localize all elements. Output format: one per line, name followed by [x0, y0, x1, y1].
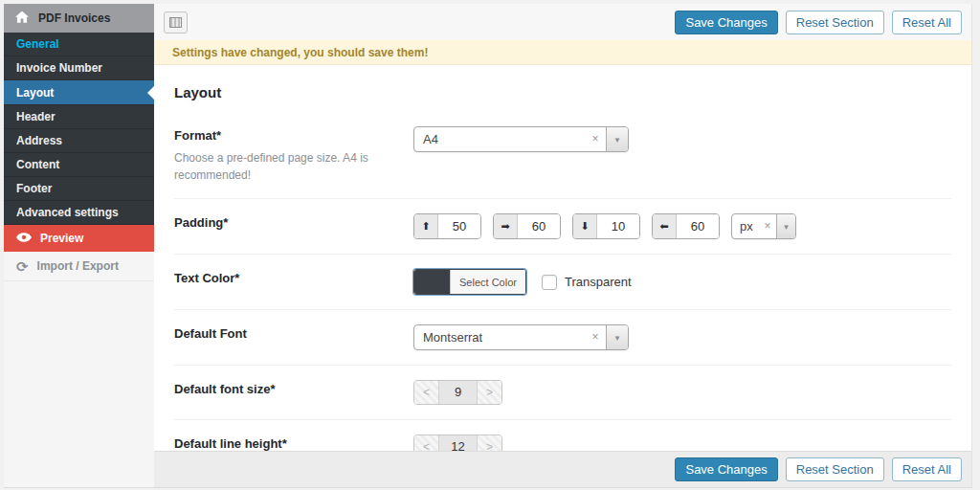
- padding-left-group: ⬅: [652, 213, 720, 239]
- arrow-right-icon: ➡: [494, 214, 518, 238]
- format-selected-value: A4: [414, 127, 585, 151]
- reset-all-button-bottom[interactable]: Reset All: [892, 457, 962, 481]
- text-color-label: Text Color*: [174, 271, 413, 285]
- sidebar-item-label: Preview: [40, 232, 83, 245]
- line-height-value: 12: [438, 435, 478, 451]
- sidebar-item-label: Header: [16, 110, 56, 123]
- sidebar-item-preview[interactable]: Preview: [4, 225, 154, 252]
- field-row-font-size: Default font size* < 9 >: [174, 365, 951, 419]
- sidebar-item-invoice-number[interactable]: Invoice Number: [4, 56, 154, 80]
- content-area: Save Changes Reset Section Reset All Set…: [154, 4, 971, 487]
- padding-top-group: ⬆: [413, 213, 481, 239]
- field-row-format: Format* Choose a pre-defined page size. …: [174, 112, 951, 198]
- default-font-select[interactable]: Montserrat × ▾: [413, 324, 629, 350]
- save-changes-button-top[interactable]: Save Changes: [675, 11, 777, 34]
- app-frame: PDF Invoices General Invoice Number Layo…: [4, 4, 972, 488]
- line-height-stepper: < 12 >: [413, 434, 502, 451]
- font-size-label: Default font size*: [174, 382, 413, 396]
- field-row-text-color: Text Color* Select Color Transparent: [174, 254, 951, 309]
- padding-left-input[interactable]: [677, 214, 719, 238]
- padding-control-col: ⬆ ➡ ⬇ ⬅ px: [413, 213, 951, 239]
- format-label: Format*: [174, 128, 413, 143]
- field-row-default-font: Default Font Montserrat × ▾: [174, 309, 951, 365]
- transparent-checkbox-wrap: Transparent: [542, 269, 632, 295]
- decrement-button[interactable]: <: [414, 381, 438, 404]
- padding-label: Padding*: [174, 215, 413, 230]
- arrow-left-icon: ⬅: [653, 214, 677, 238]
- sidebar-item-label: Invoice Number: [16, 61, 102, 75]
- clear-selection-icon[interactable]: ×: [585, 325, 606, 349]
- color-swatch: [414, 270, 450, 294]
- increment-button[interactable]: >: [478, 381, 501, 404]
- format-label-col: Format* Choose a pre-defined page size. …: [174, 126, 413, 184]
- padding-right-group: ➡: [493, 213, 561, 239]
- bottom-toolbar: Save Changes Reset Section Reset All: [154, 451, 971, 487]
- padding-bottom-input[interactable]: [597, 214, 639, 238]
- sidebar-title: PDF Invoices: [38, 11, 110, 25]
- font-size-control-col: < 9 >: [413, 380, 951, 405]
- arrow-down-icon: ⬇: [573, 214, 597, 238]
- transparent-checkbox-label: Transparent: [565, 275, 632, 289]
- sidebar-item-label: Import / Export: [37, 259, 119, 273]
- sidebar-item-label: Advanced settings: [16, 206, 119, 219]
- decrement-button[interactable]: <: [414, 435, 438, 451]
- font-size-value: 9: [438, 381, 478, 404]
- sidebar-item-advanced-settings[interactable]: Advanced settings: [4, 201, 154, 225]
- color-picker-control[interactable]: Select Color: [413, 269, 526, 295]
- top-toolbar: Save Changes Reset Section Reset All: [154, 4, 971, 40]
- default-font-selected-value: Montserrat: [414, 325, 585, 349]
- sidebar-item-import-export[interactable]: ⟳ Import / Export: [4, 252, 154, 281]
- home-icon: [15, 10, 29, 27]
- sidebar-item-footer[interactable]: Footer: [4, 177, 154, 201]
- sidebar-item-header[interactable]: Header: [4, 105, 154, 129]
- settings-panel: Layout Format* Choose a pre-defined page…: [154, 65, 971, 451]
- padding-unit-value: px: [732, 214, 759, 238]
- sidebar-item-label: General: [16, 37, 59, 51]
- save-changes-button-bottom[interactable]: Save Changes: [675, 457, 777, 481]
- sidebar: PDF Invoices General Invoice Number Layo…: [4, 4, 154, 487]
- chevron-down-icon[interactable]: ▾: [606, 325, 628, 349]
- sidebar-item-layout[interactable]: Layout: [4, 80, 154, 105]
- chevron-down-icon[interactable]: ▾: [606, 127, 628, 151]
- reset-section-button-top[interactable]: Reset Section: [786, 11, 884, 34]
- sidebar-item-content[interactable]: Content: [4, 153, 154, 177]
- sidebar-item-label: Address: [16, 134, 62, 147]
- select-color-button[interactable]: Select Color: [450, 270, 525, 294]
- padding-bottom-group: ⬇: [572, 213, 640, 239]
- default-font-label-col: Default Font: [174, 324, 413, 350]
- page-title: Layout: [174, 80, 951, 112]
- default-font-label: Default Font: [174, 326, 413, 341]
- sidebar-item-label: Layout: [16, 86, 54, 100]
- transparent-checkbox[interactable]: [542, 275, 557, 290]
- reset-all-button-top[interactable]: Reset All: [892, 11, 962, 34]
- clear-selection-icon[interactable]: ×: [585, 127, 606, 151]
- chevron-down-icon[interactable]: ▾: [776, 214, 795, 238]
- sidebar-item-label: Footer: [16, 182, 52, 195]
- field-row-line-height: Default line height* < 12 >: [174, 419, 951, 451]
- eye-icon: [16, 232, 32, 245]
- unsaved-changes-notice: Settings have changed, you should save t…: [154, 40, 971, 65]
- line-height-control-col: < 12 >: [413, 434, 951, 451]
- sidebar-item-general[interactable]: General: [4, 33, 154, 56]
- font-size-stepper: < 9 >: [413, 380, 502, 405]
- arrow-up-icon: ⬆: [414, 214, 438, 238]
- text-color-control-col: Select Color Transparent: [413, 269, 951, 295]
- reset-section-button-bottom[interactable]: Reset Section: [786, 457, 884, 481]
- text-color-label-col: Text Color*: [174, 269, 413, 295]
- sidebar-filler: [4, 281, 154, 487]
- format-select[interactable]: A4 × ▾: [413, 126, 629, 152]
- padding-label-col: Padding*: [174, 213, 413, 239]
- padding-top-input[interactable]: [438, 214, 480, 238]
- format-description: Choose a pre-defined page size. A4 is re…: [174, 149, 394, 184]
- sidebar-item-address[interactable]: Address: [4, 129, 154, 153]
- format-control-col: A4 × ▾: [413, 126, 951, 184]
- font-size-label-col: Default font size*: [174, 380, 413, 405]
- increment-button[interactable]: >: [478, 435, 501, 451]
- clear-selection-icon[interactable]: ×: [759, 214, 776, 238]
- thumbnail-icon: [169, 17, 182, 28]
- padding-unit-select[interactable]: px × ▾: [731, 213, 796, 239]
- default-font-control-col: Montserrat × ▾: [413, 324, 951, 350]
- padding-right-input[interactable]: [518, 214, 560, 238]
- refresh-icon: ⟳: [16, 259, 29, 274]
- thumbnail-toggle-button[interactable]: [164, 11, 188, 33]
